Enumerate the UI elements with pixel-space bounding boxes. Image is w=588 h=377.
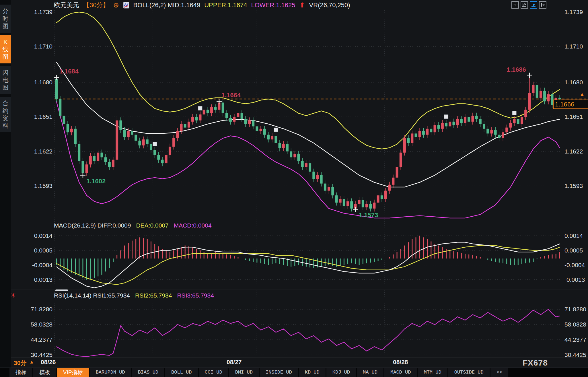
axis-play-icon[interactable] xyxy=(530,1,537,9)
note-flag[interactable] xyxy=(444,115,448,119)
note-flag[interactable] xyxy=(153,142,157,146)
note-flag[interactable] xyxy=(198,106,202,110)
candle-body xyxy=(165,155,168,163)
candle-body xyxy=(377,195,379,203)
candle-body xyxy=(305,163,307,167)
macd-title: MACD(26,12,9) DIFF:0.0009 xyxy=(54,222,131,229)
rsi-axis-label: 44.2377 xyxy=(31,336,52,343)
y-axis-label: 1.1593 xyxy=(564,182,583,189)
candle-body xyxy=(384,191,387,199)
tab-biasud[interactable]: BIAS_UD xyxy=(132,368,164,377)
candle-body xyxy=(471,116,474,122)
tab-[interactable]: 模板 xyxy=(33,368,56,377)
candle-body xyxy=(153,150,156,155)
tab-maud[interactable]: MA_UD xyxy=(357,368,383,377)
sidebar-item-3[interactable]: 合约资料 xyxy=(0,97,11,132)
candle-body xyxy=(407,138,410,143)
candle-body xyxy=(400,153,402,167)
candle-body xyxy=(116,121,118,160)
footer-period-caret-icon[interactable]: ▲ xyxy=(29,359,34,365)
price-marker-label: 1.1684 xyxy=(59,68,79,75)
chart-header: 欧元美元 【30分】 ⊕ BOLL(26,2) MID:1.1649 UPPER… xyxy=(54,1,350,9)
candle-body xyxy=(244,119,247,124)
candle-body xyxy=(97,153,99,161)
tab-outsideud[interactable]: OUTSIDE_UD xyxy=(448,368,490,377)
shift-right-icon[interactable] xyxy=(539,1,546,9)
up-arrow-icon: ⬆ xyxy=(299,1,305,9)
candle-body xyxy=(81,161,84,173)
candle-body xyxy=(282,144,285,148)
price-marker-label: 1.1602 xyxy=(86,178,106,185)
brand-watermark: FX678 xyxy=(523,358,548,368)
candle-body xyxy=(460,119,463,123)
period-label[interactable]: 【30分】 xyxy=(83,1,109,9)
panel-resize-handle[interactable] xyxy=(55,289,68,291)
price-marker-label: 1.1664 xyxy=(221,92,241,99)
candle-body xyxy=(335,195,338,203)
alert-sun-icon[interactable]: ☀ xyxy=(10,292,16,299)
candle-body xyxy=(279,143,281,148)
rsi-axis-label: 30.4425 xyxy=(31,351,52,358)
candle-body xyxy=(150,144,152,150)
y-axis-label: 1.1710 xyxy=(34,43,52,50)
y-axis-label: 1.1622 xyxy=(564,148,583,155)
candle-body xyxy=(199,114,201,121)
rsi-axis-label: 71.8280 xyxy=(564,306,586,312)
candle-body xyxy=(426,129,429,135)
rsi2-value: RSI2:65.7934 xyxy=(135,292,172,299)
candle-body xyxy=(483,124,485,129)
indicator-tabbar: 指标模板VIP指标BARUPDN_UDBIAS_UDBOLL_UDCCI_UDD… xyxy=(0,368,588,377)
macd-axis-label: -0.0004 xyxy=(564,262,585,268)
tab-kdjud[interactable]: KDJ_UD xyxy=(326,368,356,377)
candle-body xyxy=(146,139,149,144)
macd-axis-label: -0.0013 xyxy=(564,276,585,283)
tab-dmiud[interactable]: DMI_UD xyxy=(229,368,259,377)
candle-body xyxy=(127,131,130,137)
tab-macdud[interactable]: MACD_UD xyxy=(384,368,417,377)
tab-[interactable]: 指标 xyxy=(9,368,32,377)
note-flag[interactable] xyxy=(512,111,516,115)
candle-body xyxy=(207,110,209,113)
tab-barupdnud[interactable]: BARUPDN_UD xyxy=(90,368,131,377)
rsi-axis-label: 58.0328 xyxy=(31,321,52,328)
candle-body xyxy=(362,200,364,207)
chart-canvas[interactable]: 1.16841.16021.16641.15731.16861.17391.17… xyxy=(0,0,588,377)
footer-period[interactable]: 30分 xyxy=(14,359,26,367)
y-axis-label: 1.1680 xyxy=(564,79,583,85)
macd-axis-label: 0.0005 xyxy=(564,247,583,254)
candle-body xyxy=(161,160,164,163)
candle-body xyxy=(89,156,92,164)
candle-body xyxy=(267,135,270,139)
candle-body xyxy=(67,124,69,132)
candle-body xyxy=(312,172,315,179)
crosshair-icon[interactable] xyxy=(511,1,519,9)
axis-chart-icon[interactable] xyxy=(521,1,528,9)
candle-body xyxy=(415,133,417,137)
candle-body xyxy=(191,117,194,122)
candle-body xyxy=(184,124,186,127)
note-flag[interactable] xyxy=(274,128,278,132)
tab-[interactable]: >> xyxy=(490,368,508,377)
sidebar-item-2[interactable]: 闪电图 xyxy=(0,66,11,94)
tab-vip[interactable]: VIP指标 xyxy=(57,368,89,377)
candle-body xyxy=(509,123,512,128)
tab-mtmud[interactable]: MTM_UD xyxy=(418,368,447,377)
sidebar-item-1[interactable]: K线图 xyxy=(0,35,11,63)
rsi3-value: RSI3:65.7934 xyxy=(177,292,214,299)
tab-insideud[interactable]: INSIDE_UD xyxy=(260,368,298,377)
candle-body xyxy=(490,130,493,133)
candle-body xyxy=(301,161,304,167)
candle-body xyxy=(430,129,432,132)
candle-body xyxy=(547,94,550,101)
candlestick-chart-icon[interactable] xyxy=(123,2,129,9)
tab-bollud[interactable]: BOLL_UD xyxy=(165,368,198,377)
target-icon[interactable]: ⊕ xyxy=(113,1,119,9)
candle-body xyxy=(195,117,198,120)
candle-body xyxy=(274,136,277,143)
tab-kdud[interactable]: KD_UD xyxy=(299,368,326,377)
rsi-line xyxy=(57,309,560,357)
boll-values: BOLL(26,2) MID:1.1649 xyxy=(133,1,200,9)
sidebar-item-0[interactable]: 分时图 xyxy=(0,5,11,33)
boll-lower-line xyxy=(57,101,560,218)
tab-cciud[interactable]: CCI_UD xyxy=(199,368,228,377)
